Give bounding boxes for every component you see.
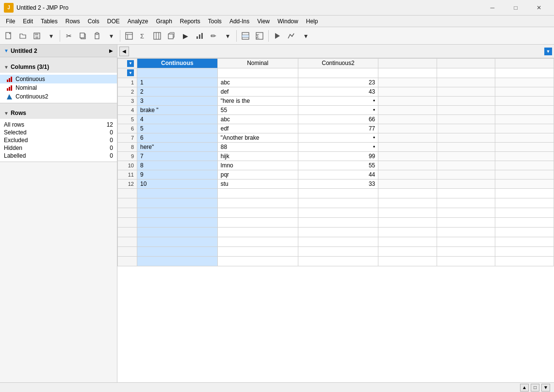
table-row[interactable]: 76"Another brake• [118,133,554,142]
cell-continuous2[interactable]: 33 [298,179,378,188]
menu-reports[interactable]: Reports [176,16,204,27]
toolbar-graph-arrow[interactable]: ▶ [179,29,192,43]
cell-continuous2[interactable]: • [298,96,378,105]
menu-view[interactable]: View [253,16,274,27]
toolbar-chart[interactable] [193,29,206,43]
table-row[interactable]: 65edf77 [118,124,554,133]
cell-continuous2[interactable]: 43 [298,87,378,96]
toolbar-calc[interactable]: Σ [253,29,266,43]
minimize-button[interactable]: ─ [481,0,504,16]
col-header-continuous2[interactable]: Continuous2 [298,59,378,68]
col-header-dropdown[interactable]: ▼ [544,48,552,55]
cell-continuous2[interactable]: • [298,142,378,151]
menu-analyze[interactable]: Analyze [124,16,152,27]
table-row[interactable]: 1210stu33 [118,179,554,188]
menu-doe[interactable]: DOE [103,16,124,27]
toolbar-open[interactable] [16,29,30,43]
data-table-container[interactable]: ▼ Continuous Nominal Continuous2 [117,58,554,382]
cell-continuous2[interactable]: 66 [298,114,378,124]
menu-window[interactable]: Window [274,16,302,27]
cell-continuous[interactable]: 9 [137,170,218,179]
toolbar-subset[interactable] [164,29,178,43]
toolbar-colviewer[interactable] [150,29,164,43]
cell-continuous2[interactable]: • [298,105,378,114]
rows-header[interactable]: ▼ Rows [0,107,117,119]
table-row[interactable]: 97hijk99 [118,151,554,161]
menu-cols[interactable]: Cols [84,16,103,27]
cell-continuous[interactable]: 7 [137,151,218,161]
toolbar-save-dropdown[interactable]: ▾ [44,29,58,43]
cell-continuous2[interactable]: • [298,133,378,142]
cell-continuous2[interactable]: 77 [298,124,378,133]
cell-nominal[interactable]: hijk [217,151,298,161]
cell-continuous[interactable]: 10 [137,179,218,188]
toolbar-new[interactable] [2,29,16,43]
cell-nominal[interactable]: lmno [217,161,298,170]
toolbar-lineplot[interactable] [285,29,298,43]
status-up-btn[interactable]: ▲ [520,384,529,392]
row-dropdown-arrow[interactable]: ▼ [127,69,134,76]
cell-continuous[interactable]: 1 [137,78,218,87]
cell-continuous[interactable]: 3 [137,96,218,105]
toolbar-edit-script[interactable]: ✏ [207,29,220,43]
toolbar-datatable[interactable] [122,29,136,43]
cell-continuous2[interactable]: 23 [298,78,378,87]
cell-nominal[interactable]: def [217,87,298,96]
cell-continuous[interactable]: 6 [137,133,218,142]
cell-nominal[interactable]: "Another brake [217,133,298,142]
cell-nominal[interactable]: abc [217,78,298,87]
toolbar-paste-dropdown[interactable]: ▾ [104,29,118,43]
dataset-header[interactable]: ▼ Untitled 2 ▶ [0,45,117,57]
cell-continuous[interactable]: here" [137,142,218,151]
cell-nominal[interactable]: 55 [217,105,298,114]
status-window-btn[interactable]: □ [531,384,539,392]
cell-nominal[interactable]: stu [217,179,298,188]
cell-continuous[interactable]: brake " [137,105,218,114]
expand-right-icon[interactable]: ▶ [109,48,113,53]
status-down-btn[interactable]: ▼ [541,384,550,392]
menu-file[interactable]: File [2,16,19,27]
cell-continuous[interactable]: 5 [137,124,218,133]
cell-continuous2[interactable]: 55 [298,161,378,170]
column-item-continuous2[interactable]: Continuous2 [0,92,117,101]
toolbar-copy[interactable] [76,29,90,43]
col-header-nominal[interactable]: Nominal [217,59,298,68]
cell-continuous2[interactable]: 99 [298,151,378,161]
cell-nominal[interactable]: pqr [217,170,298,179]
row-filter-arrow[interactable]: ▼ [127,60,134,67]
toolbar-paste[interactable] [90,29,104,43]
toolbar-sum[interactable]: Σ [136,29,150,43]
column-item-continuous[interactable]: Continuous [0,75,117,83]
table-row[interactable]: 22def43 [118,87,554,96]
menu-tables[interactable]: Tables [37,16,62,27]
cell-continuous2[interactable]: 44 [298,170,378,179]
toolbar-row-select[interactable] [239,29,252,43]
cell-continuous[interactable]: 4 [137,114,218,124]
table-row[interactable]: 119pqr44 [118,170,554,179]
table-row[interactable]: 4brake "55• [118,105,554,114]
column-item-nominal[interactable]: Nominal [0,83,117,92]
cell-nominal[interactable]: 88 [217,142,298,151]
toolbar-run[interactable] [271,29,284,43]
menu-help[interactable]: Help [302,16,322,27]
table-row[interactable]: 33"here is the• [118,96,554,105]
cell-continuous[interactable]: 2 [137,87,218,96]
menu-graph[interactable]: Graph [152,16,176,27]
nav-left-arrow[interactable]: ◀ [119,47,129,56]
columns-header[interactable]: ▼ Columns (3/1) [0,61,117,73]
table-row[interactable]: 54abc66 [118,114,554,124]
cell-nominal[interactable]: "here is the [217,96,298,105]
maximize-button[interactable]: □ [505,0,527,16]
toolbar-cut[interactable]: ✂ [62,29,76,43]
table-row[interactable]: 11abc23 [118,78,554,87]
toolbar-save[interactable] [30,29,44,43]
cell-nominal[interactable]: edf [217,124,298,133]
toolbar-script-dropdown[interactable]: ▾ [221,29,234,43]
close-button[interactable]: ✕ [528,0,550,16]
menu-addins[interactable]: Add-Ins [226,16,253,27]
menu-tools[interactable]: Tools [204,16,226,27]
col-header-continuous[interactable]: Continuous [137,59,218,68]
cell-nominal[interactable]: abc [217,114,298,124]
toolbar-lineplot-dropdown[interactable]: ▾ [299,29,312,43]
cell-continuous[interactable]: 8 [137,161,218,170]
